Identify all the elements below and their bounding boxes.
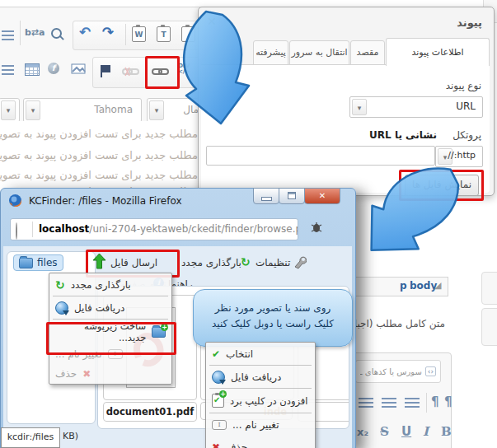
menu-label: افزودن در کلیپ برد: [230, 395, 308, 407]
folder-context-menu: ↻ بارگذاری مجدد دریافت فایل ساخت زیرپوشه…: [49, 273, 172, 385]
url-input[interactable]: [206, 146, 435, 166]
link-type-select[interactable]: ▾ URL: [349, 96, 483, 118]
upload-icon[interactable]: [92, 254, 106, 269]
paragraph-indent-icon[interactable]: [2, 30, 14, 40]
hint-line2: کلیک راست یا دوبل کلیک کنید: [194, 316, 352, 332]
tree-root-label: files: [37, 257, 58, 268]
source-button[interactable]: ‹› سورس یا کدهای HTML: [355, 360, 441, 383]
url-bar[interactable]: localhost/uni-2704-yektaweb/ckedit/finde…: [10, 218, 298, 240]
check-icon: ✔: [212, 348, 220, 360]
page-bug-icon[interactable]: [310, 222, 323, 234]
anchor-flag-icon[interactable]: [102, 65, 110, 72]
align-left-icon[interactable]: [405, 398, 420, 408]
list-icon[interactable]: [2, 65, 14, 75]
menu-item-rename[interactable]: I تغییر نام ...: [206, 413, 315, 436]
resize-corner-icon[interactable]: ◢: [434, 280, 441, 291]
download-globe-icon: [212, 371, 225, 384]
editor-content-area[interactable]: مطلب جدید برای تست افزودن پیوند به تصویر…: [0, 121, 201, 191]
background-field: [481, 308, 497, 346]
toolbar-settings-label[interactable]: تنظیمات: [256, 257, 290, 268]
maximize-button[interactable]: [279, 188, 305, 204]
menu-item-new-subfolder[interactable]: ساخت زیرپوشه جدید...: [49, 320, 171, 344]
close-icon[interactable]: ✕: [207, 15, 217, 28]
image-icon[interactable]: [71, 63, 86, 74]
table-icon[interactable]: [25, 63, 40, 76]
url-label: نشانی یا URL: [369, 129, 437, 141]
bidi-icon[interactable]: b⇄a: [25, 27, 45, 38]
toolbar-upload-label[interactable]: ارسال فایل: [110, 257, 157, 268]
code-icon: ‹›: [425, 366, 436, 376]
menu-item-clipboard[interactable]: ✔ افزودن در کلیپ برد: [206, 389, 315, 413]
align-right-icon[interactable]: [359, 398, 373, 408]
path-item-body[interactable]: body: [410, 280, 437, 292]
menu-label: حذف: [55, 368, 77, 380]
underline-icon[interactable]: U: [401, 424, 411, 439]
paragraph-rtl-icon[interactable]: ¶: [444, 394, 452, 409]
site-identity-icon[interactable]: [16, 222, 17, 240]
menu-label: حذف: [226, 441, 247, 448]
minimize-button[interactable]: [253, 188, 279, 204]
menu-item-delete[interactable]: ✖ حذف: [206, 436, 315, 448]
full-text-label: متن کامل مطلب (اجباری):: [353, 318, 445, 329]
link-type-label: نوع پیوند: [446, 80, 481, 91]
path-item-p[interactable]: p: [400, 280, 407, 292]
tab-advanced[interactable]: پیشرفته: [253, 40, 288, 65]
download-globe-icon: [55, 301, 68, 315]
chevron-down-icon[interactable]: ▾: [352, 99, 367, 115]
chevron-down-icon[interactable]: ▾: [149, 100, 164, 120]
delete-x-icon: ✖: [82, 368, 91, 380]
editor-text-line: مطلب جدید برای تست افزودن پیوند به تصویر: [0, 169, 198, 181]
chevron-down-icon[interactable]: ▾: [1, 100, 16, 120]
window-title: KCFinder: /files - Mozilla Firefox: [29, 195, 182, 207]
toolbar-refresh-label[interactable]: بارگذاری مجدد: [181, 257, 241, 268]
check-icon: ✔: [213, 396, 220, 404]
urlbar-separator: [32, 222, 33, 237]
unlink-icon[interactable]: [122, 67, 139, 77]
menu-item-rename[interactable]: تغییر نام ... I: [49, 344, 171, 364]
bold-icon[interactable]: B: [441, 424, 452, 439]
firefox-window: KCFinder: /files - Mozilla Firefox ✕ loc…: [0, 188, 356, 448]
redo-icon[interactable]: ↷: [102, 26, 114, 38]
close-button[interactable]: ✕: [304, 188, 340, 204]
refresh-icon[interactable]: ↻: [241, 256, 251, 268]
tab-upload[interactable]: انتقال به سرور: [289, 40, 349, 65]
paste-as-text-icon[interactable]: T: [157, 26, 171, 42]
paste-icon[interactable]: [181, 26, 195, 42]
file-name-label[interactable]: document01.pdf: [103, 402, 197, 422]
dialog-title: پیوند: [457, 16, 482, 29]
menu-item-select[interactable]: ✔ انتخاب: [206, 343, 315, 365]
wrench-icon[interactable]: [293, 256, 307, 269]
tree-root-folder[interactable]: files: [13, 254, 63, 271]
background-editor-toolbar: ‹› سورس یا کدهای HTML ¶ ¶ x₂ S U I B: [349, 352, 452, 448]
browse-server-button[interactable]: نمایش فایل ها: [405, 175, 479, 196]
new-folder-icon: [152, 327, 166, 338]
align-center-icon[interactable]: [382, 398, 396, 408]
tab-target[interactable]: مقصد: [350, 40, 385, 65]
rename-icon: I: [212, 420, 227, 430]
file-context-menu: ✔ انتخاب دریافت فایل ✔ افزودن در کلیپ بر…: [205, 342, 316, 448]
refresh-icon: ↻: [55, 279, 65, 291]
hint-line1: روی سند یا تصویر مورد نظر: [194, 301, 352, 316]
protocol-select[interactable]: ▾ http://: [435, 146, 483, 167]
menu-item-download[interactable]: دریافت فایل: [49, 296, 171, 319]
menu-item-download[interactable]: دریافت فایل: [206, 366, 315, 388]
toolbar-separator: [125, 24, 126, 45]
tab-link-info[interactable]: اطلاعات پیوند: [386, 38, 490, 66]
link-icon[interactable]: [152, 67, 169, 77]
menu-item-refresh[interactable]: ↻ بارگذاری مجدد: [49, 273, 171, 296]
flash-icon[interactable]: f: [48, 63, 59, 74]
styles-combo[interactable]: ▾: [0, 98, 20, 123]
menu-item-delete[interactable]: حذف ✖: [49, 364, 171, 384]
chevron-down-icon[interactable]: ▾: [26, 100, 40, 120]
italic-icon[interactable]: I: [423, 424, 429, 439]
div-container-icon[interactable]: DIV </>: [178, 63, 190, 75]
paste-from-word-icon[interactable]: W: [132, 26, 146, 42]
rename-icon: I: [108, 349, 123, 359]
font-combo[interactable]: ▾ Tahoma: [23, 98, 142, 123]
subscript-icon[interactable]: x₂: [357, 426, 368, 438]
strikethrough-icon[interactable]: S: [380, 424, 389, 439]
paragraph-ltr-icon[interactable]: ¶: [431, 394, 439, 409]
undo-icon[interactable]: ↶: [79, 26, 91, 38]
search-icon[interactable]: [51, 28, 62, 39]
menu-label: تغییر نام ...: [232, 419, 279, 431]
